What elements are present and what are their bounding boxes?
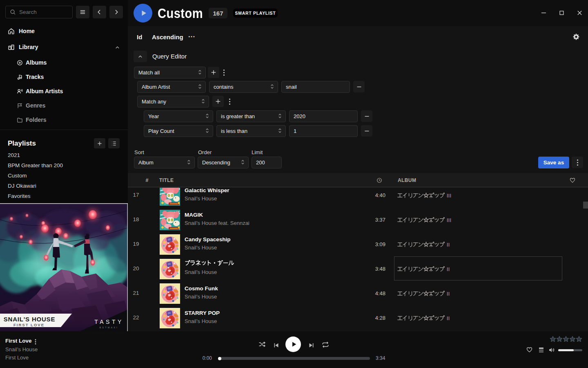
svg-text:BSTMAXI: BSTMAXI — [100, 326, 118, 329]
svg-text:TASTY: TASTY — [94, 319, 124, 325]
svg-text:SNAIL'S HOUSE: SNAIL'S HOUSE — [4, 316, 55, 323]
svg-text:II: II — [447, 316, 450, 321]
svg-text:II: II — [447, 242, 450, 248]
svg-text:III: III — [447, 193, 452, 199]
svg-text:II: II — [447, 267, 450, 272]
svg-text:FIRST LOVE: FIRST LOVE — [13, 323, 45, 327]
svg-text:II: II — [447, 291, 450, 297]
svg-text:III: III — [447, 218, 452, 223]
